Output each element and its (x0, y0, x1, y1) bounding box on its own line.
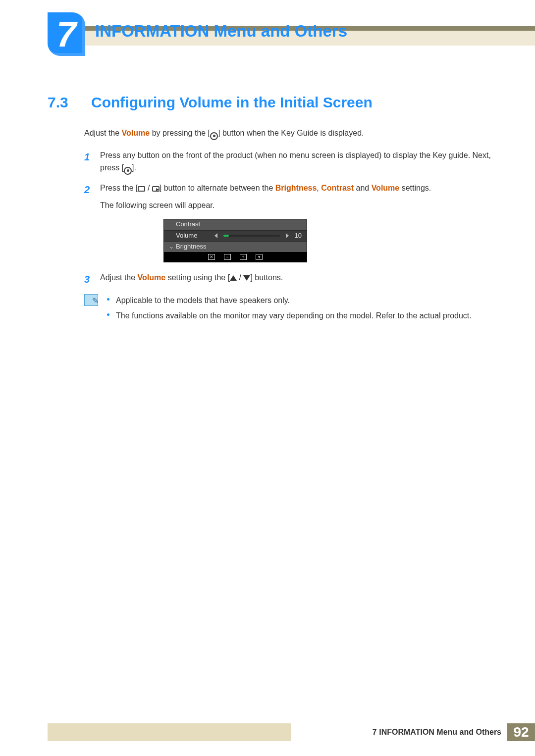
s2c: , (317, 184, 321, 192)
intro-text: Adjust the Volume by pressing the [] but… (84, 127, 500, 140)
circle-dot-icon (124, 167, 132, 175)
osd-brightness-row: ⌄Brightness (164, 241, 307, 252)
osd-brightness-label: Brightness (176, 242, 214, 252)
osd-volume-value: 10 (289, 231, 302, 241)
s2a: Press the [ (100, 184, 138, 192)
page-footer: 7 INFORMATION Menu and Others 92 (48, 723, 535, 741)
footer-bar (48, 723, 291, 741)
osd-screenshot: Contrast Volume 10 ⌄Brightness ✕ − + (163, 219, 307, 262)
s2b: ] button to alternate between the (160, 184, 275, 192)
osd-btn-plus-icon: + (240, 254, 247, 260)
step-number: 1 (84, 149, 93, 175)
rect-arrow-icon (152, 186, 160, 192)
s3-volume: Volume (138, 273, 166, 282)
s2-brightness: Brightness (275, 184, 317, 192)
section-title: Configuring Volume in the Initial Screen (91, 94, 373, 111)
intro-mid: by pressing the [ (150, 129, 210, 137)
step-text: Adjust the Volume setting using the [ / … (100, 271, 500, 287)
osd-btn-close-icon: ✕ (208, 254, 215, 260)
osd-volume-label: Volume (176, 231, 214, 241)
rect-icon (138, 186, 145, 192)
s3a: Adjust the (100, 273, 138, 282)
osd-btn-down-icon: ▾ (256, 254, 263, 260)
s1b: ]. (132, 163, 136, 172)
chapter-title: INFORMATION Menu and Others (95, 22, 347, 41)
step-number: 3 (84, 271, 93, 287)
osd-btn-minus-icon: − (224, 254, 231, 260)
step-3: 3 Adjust the Volume setting using the [ … (84, 271, 500, 287)
s2-tail: The following screen will appear. (100, 199, 500, 212)
triangle-up-icon (230, 275, 237, 281)
note-item: Applicable to the models that have speak… (107, 294, 500, 307)
osd-contrast-row: Contrast (164, 219, 307, 230)
intro-volume: Volume (122, 129, 150, 137)
osd-volume-row: Volume 10 (164, 230, 307, 241)
step-1: 1 Press any button on the front of the p… (84, 149, 500, 175)
intro-pre: Adjust the (84, 129, 122, 137)
note-item: The functions available on the monitor m… (107, 309, 500, 322)
triangle-down-icon (243, 275, 250, 281)
s3c: ] buttons. (250, 273, 283, 282)
note-icon (84, 294, 98, 306)
triangle-left-icon (214, 233, 217, 238)
section-number: 7.3 (48, 94, 79, 111)
footer-text: 7 INFORMATION Menu and Others (291, 723, 507, 741)
chapter-badge: 7 (48, 12, 85, 56)
footer-page-number: 92 (507, 723, 535, 741)
osd-volume-track (223, 235, 280, 237)
note-block: Applicable to the models that have speak… (84, 294, 500, 325)
intro-post: ] button when the Key Guide is displayed… (218, 129, 364, 137)
osd-contrast-label: Contrast (176, 219, 214, 230)
s2-volume: Volume (372, 184, 400, 192)
step-2: 2 Press the [ / ] button to alternate be… (84, 182, 500, 212)
step-text: Press the [ / ] button to alternate betw… (100, 182, 500, 212)
s1a: Press any button on the front of the pro… (100, 151, 491, 172)
step-text: Press any button on the front of the pro… (100, 149, 500, 175)
circle-dot-icon (210, 132, 218, 140)
s2e: settings. (399, 184, 431, 192)
s2d: and (354, 184, 372, 192)
osd-button-bar: ✕ − + ▾ (164, 252, 307, 262)
s2-contrast: Contrast (321, 184, 354, 192)
step-number: 2 (84, 182, 93, 212)
s3b: setting using the [ (165, 273, 230, 282)
